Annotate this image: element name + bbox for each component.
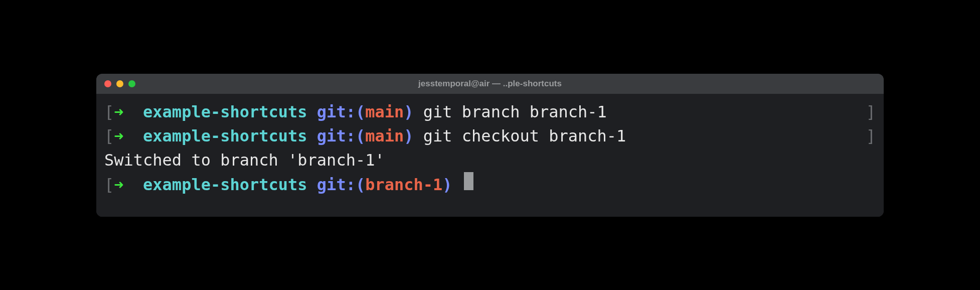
paren-close: ) xyxy=(404,100,413,124)
prompt-dir: example-shortcuts xyxy=(143,124,307,148)
prompt-arrow-icon: ➜ xyxy=(114,124,123,148)
bracket-close: ] xyxy=(866,124,876,148)
bracket-close: ] xyxy=(866,100,876,124)
prompt-branch: branch-1 xyxy=(365,173,442,197)
bracket-open: [ xyxy=(104,173,114,197)
paren-open: ( xyxy=(356,173,365,197)
prompt-arrow-icon: ➜ xyxy=(114,173,123,197)
titlebar: jesstemporal@air — ..ple-shortcuts xyxy=(96,74,884,94)
bracket-open: [ xyxy=(104,124,114,148)
prompt-git-label: git: xyxy=(317,173,356,197)
prompt-dir: example-shortcuts xyxy=(143,100,307,124)
cursor xyxy=(464,172,473,190)
terminal-line: [➜ example-shortcuts git:(main) git chec… xyxy=(104,124,876,148)
paren-open: ( xyxy=(356,124,365,148)
close-button[interactable] xyxy=(104,80,111,87)
minimize-button[interactable] xyxy=(116,80,123,87)
terminal-output-line: Switched to branch 'branch-1' xyxy=(104,148,876,172)
prompt-branch: main xyxy=(365,124,404,148)
prompt-arrow-icon: ➜ xyxy=(114,100,123,124)
paren-close: ) xyxy=(404,124,413,148)
prompt-git-label: git: xyxy=(317,100,356,124)
output-text: Switched to branch 'branch-1' xyxy=(104,148,385,172)
terminal-line: [➜ example-shortcuts git:(main) git bran… xyxy=(104,100,876,124)
traffic-lights xyxy=(104,80,135,87)
window-title: jesstemporal@air — ..ple-shortcuts xyxy=(418,79,562,89)
terminal-content[interactable]: [➜ example-shortcuts git:(main) git bran… xyxy=(96,94,884,217)
paren-open: ( xyxy=(356,100,365,124)
prompt-git-label: git: xyxy=(317,124,356,148)
command-text: git branch branch-1 xyxy=(423,100,607,124)
terminal-window: jesstemporal@air — ..ple-shortcuts [➜ ex… xyxy=(96,74,884,217)
bracket-open: [ xyxy=(104,100,114,124)
terminal-current-line: [➜ example-shortcuts git:(branch-1) xyxy=(104,172,876,197)
maximize-button[interactable] xyxy=(128,80,135,87)
prompt-dir: example-shortcuts xyxy=(143,173,307,197)
command-text: git checkout branch-1 xyxy=(423,124,626,148)
prompt-branch: main xyxy=(365,100,404,124)
paren-close: ) xyxy=(442,173,452,197)
